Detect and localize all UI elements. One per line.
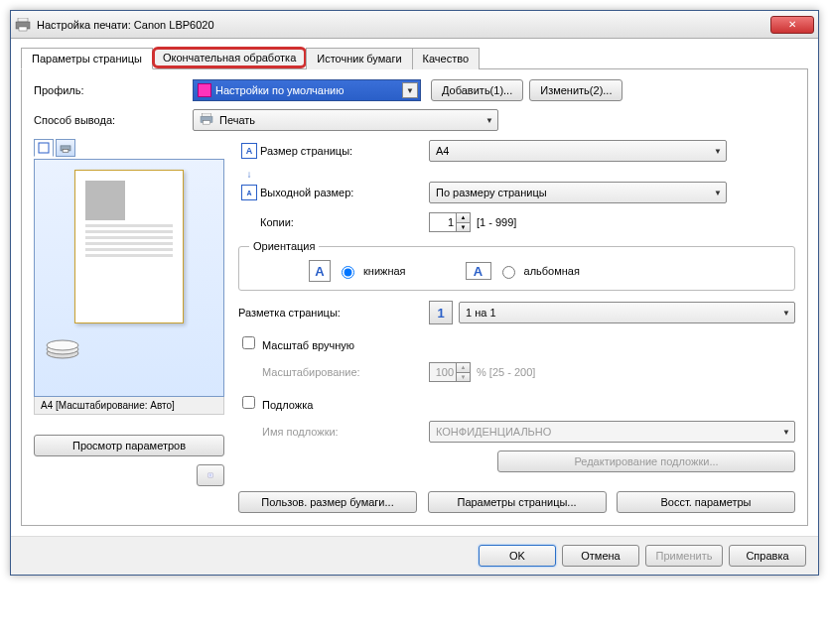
tab-finishing[interactable]: Окончательная обработка [152, 47, 307, 68]
portrait-radio[interactable] [342, 266, 354, 279]
profile-label: Профиль: [34, 84, 193, 96]
landscape-radio[interactable] [502, 266, 515, 279]
info-button[interactable]: i [197, 464, 224, 486]
orientation-group: Ориентация A книжная A альбомная [238, 240, 795, 291]
page-size-icon: A [241, 143, 257, 159]
output-size-icon: A [241, 185, 257, 200]
page-layout-select[interactable]: 1 на 1 ▼ [459, 302, 795, 323]
page-size-select[interactable]: A4 ▼ [429, 140, 727, 162]
arrow-down-icon: ↓ [238, 169, 260, 180]
output-method-select[interactable]: Печать ▼ [193, 109, 498, 131]
add-profile-button[interactable]: Добавить(1)... [431, 79, 523, 101]
orientation-legend: Ориентация [249, 240, 319, 252]
chevron-down-icon: ▼ [714, 189, 722, 197]
svg-text:i: i [210, 472, 211, 477]
edit-profile-button[interactable]: Изменить(2)... [529, 79, 622, 101]
view-params-button[interactable]: Просмотр параметров [34, 435, 224, 456]
profile-value: Настройки по умолчанию [215, 84, 344, 96]
output-method-value: Печать [219, 114, 255, 126]
portrait-icon: A [309, 260, 331, 282]
copies-range: [1 - 999] [477, 216, 516, 228]
scale-label: Масштабирование: [262, 366, 429, 378]
page-layout-label: Разметка страницы: [238, 307, 429, 319]
restore-defaults-button[interactable]: Восст. параметры [617, 491, 795, 513]
preview-pane [34, 159, 224, 397]
apply-button: Применить [645, 545, 723, 567]
spin-up[interactable]: ▲ [456, 213, 470, 223]
printer-small-icon [200, 113, 213, 127]
preview-tab-page[interactable] [34, 139, 54, 157]
watermark-name-label: Имя подложки: [262, 426, 429, 438]
scale-range: % [25 - 200] [477, 366, 535, 378]
copies-spinner[interactable]: ▲▼ [429, 212, 471, 232]
ok-button[interactable]: OK [479, 545, 556, 567]
svg-rect-0 [18, 18, 28, 22]
manual-scale-check[interactable]: Масштаб вручную [238, 333, 354, 352]
preview-tab-printer[interactable] [56, 139, 75, 157]
tab-page-params[interactable]: Параметры страницы [21, 48, 153, 69]
output-method-label: Способ вывода: [34, 114, 193, 126]
scale-spinner: ▲▼ [429, 362, 471, 382]
orientation-landscape[interactable]: A альбомная [466, 260, 580, 282]
help-button[interactable]: Справка [729, 545, 806, 567]
svg-rect-5 [204, 121, 210, 124]
edit-watermark-button: Редактирование подложки... [497, 451, 795, 472]
window-title: Настройка печати: Canon LBP6020 [37, 19, 770, 31]
output-size-label: Выходной размер: [260, 187, 429, 198]
watermark-select: КОНФИДЕНЦИАЛЬНО ▼ [429, 421, 795, 443]
copies-input[interactable] [430, 213, 456, 231]
landscape-icon: A [466, 262, 491, 280]
svg-rect-2 [19, 27, 27, 31]
titlebar: Настройка печати: Canon LBP6020 ✕ [11, 11, 818, 39]
layout-icon: 1 [429, 301, 453, 324]
svg-point-11 [47, 340, 78, 350]
chevron-down-icon: ▼ [402, 82, 418, 98]
scale-input [430, 363, 456, 381]
chevron-down-icon: ▼ [782, 428, 790, 437]
output-size-select[interactable]: По размеру страницы ▼ [429, 182, 727, 203]
preview-status: A4 [Масштабирование: Авто] [34, 397, 224, 415]
stack-icon [45, 335, 82, 359]
svg-rect-6 [39, 143, 49, 153]
svg-rect-3 [203, 113, 211, 116]
print-settings-dialog: Настройка печати: Canon LBP6020 ✕ Параме… [10, 10, 819, 576]
orientation-portrait[interactable]: A книжная [309, 260, 406, 282]
chevron-down-icon: ▼ [485, 116, 493, 125]
printer-icon [15, 17, 31, 33]
watermark-check[interactable]: Подложка [238, 393, 313, 412]
tab-paper-source[interactable]: Источник бумаги [306, 48, 412, 69]
manual-scale-checkbox[interactable] [242, 336, 255, 349]
tab-quality[interactable]: Качество [412, 48, 481, 69]
profile-select[interactable]: Настройки по умолчанию ▼ [193, 79, 421, 101]
profile-icon [198, 83, 211, 97]
spin-down[interactable]: ▼ [456, 223, 470, 232]
copies-label: Копии: [260, 216, 429, 228]
dialog-button-bar: OK Отмена Применить Справка [11, 536, 818, 575]
svg-rect-8 [63, 149, 69, 152]
page-size-label: Размер страницы: [260, 145, 429, 157]
watermark-checkbox[interactable] [242, 396, 255, 409]
page-thumbnail [74, 170, 184, 323]
chevron-down-icon: ▼ [782, 309, 790, 318]
tab-strip: Параметры страницы Окончательная обработ… [21, 47, 808, 69]
cancel-button[interactable]: Отмена [562, 545, 639, 567]
custom-paper-size-button[interactable]: Пользов. размер бумаги... [238, 491, 417, 513]
page-params-button[interactable]: Параметры страницы... [428, 491, 607, 513]
chevron-down-icon: ▼ [714, 147, 722, 156]
close-button[interactable]: ✕ [770, 16, 814, 34]
